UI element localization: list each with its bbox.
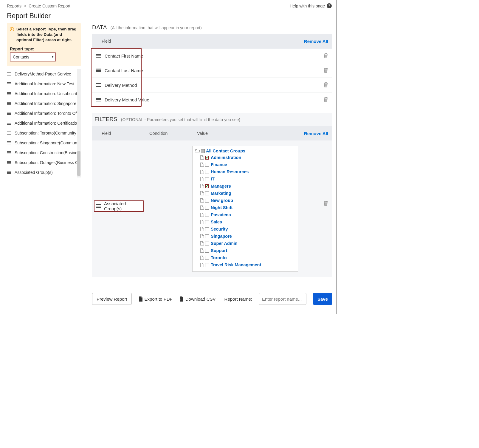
available-fields-list[interactable]: DeliveryMethod-Pager ServiceAdditional I… [7, 69, 81, 177]
delete-row-button[interactable] [323, 67, 328, 74]
checkbox[interactable] [205, 242, 209, 245]
drag-handle-icon[interactable] [7, 92, 12, 95]
delete-row-button[interactable] [323, 97, 328, 103]
tree-item[interactable]: Security [200, 226, 295, 232]
checkbox[interactable] [205, 199, 209, 203]
checkbox[interactable] [205, 256, 209, 260]
download-csv-button[interactable]: x Download CSV [179, 296, 216, 302]
tree-item-label[interactable]: Pasadena [211, 212, 231, 217]
tree-item[interactable]: Travel Risk Management [200, 262, 295, 268]
report-type-select[interactable]: Contacts ▾ [10, 52, 56, 61]
tree-root-label[interactable]: All Contact Groups [206, 149, 245, 153]
drag-handle-icon[interactable] [7, 161, 12, 164]
tree-item[interactable]: ✔Managers [200, 183, 295, 189]
tree-item[interactable]: IT [200, 176, 295, 182]
scrollbar-thumb[interactable] [77, 151, 80, 176]
tree-item[interactable]: Finance [200, 162, 295, 168]
tree-item-label[interactable]: Security [211, 227, 228, 231]
drag-handle-icon[interactable] [7, 141, 12, 144]
checkbox-indeterminate[interactable] [201, 149, 205, 153]
filters-remove-all[interactable]: Remove All [304, 131, 328, 136]
filter-field-chip[interactable]: Associated Group(s) [94, 200, 144, 212]
checkbox[interactable] [205, 213, 209, 217]
drag-handle-icon[interactable] [96, 204, 101, 208]
tree-item-label[interactable]: Marketing [211, 191, 231, 196]
delete-row-button[interactable] [323, 82, 328, 88]
preview-report-button[interactable]: Preview Report [92, 293, 132, 305]
scrollbar[interactable] [77, 69, 81, 177]
checkbox[interactable] [205, 234, 209, 238]
checkbox[interactable] [205, 263, 209, 267]
checkbox[interactable] [205, 220, 209, 224]
delete-filter-button[interactable] [323, 200, 328, 207]
tree-item[interactable]: Night Shift [200, 205, 295, 211]
export-pdf-button[interactable]: Export to PDF [138, 296, 173, 302]
tree-item-label[interactable]: Night Shift [211, 205, 232, 210]
available-field-item[interactable]: Subscription: Toronto(Community O… [7, 128, 81, 138]
report-name-input[interactable] [259, 293, 306, 305]
tree-item-label[interactable]: Singapore [211, 234, 232, 239]
drag-handle-icon[interactable] [7, 171, 12, 174]
tree-item-label[interactable]: Support [211, 248, 227, 253]
available-field-item[interactable]: Subscription: Construction(Business… [7, 148, 81, 158]
tree-item-label[interactable]: Human Resources [211, 169, 249, 174]
drag-handle-icon[interactable] [7, 82, 12, 85]
tree-item[interactable]: New group [200, 197, 295, 203]
available-field-item[interactable]: Associated Group(s) [7, 168, 81, 177]
checkbox[interactable]: ✔ [205, 156, 209, 160]
checkbox[interactable] [205, 227, 209, 231]
drag-handle-icon[interactable] [7, 102, 12, 105]
drag-handle-icon[interactable] [96, 54, 101, 58]
delete-row-button[interactable] [323, 53, 328, 59]
drag-handle-icon[interactable] [96, 83, 101, 87]
available-field-item[interactable]: Subscription: Outages(Business Con… [7, 158, 81, 168]
tree-item-label[interactable]: Finance [211, 162, 227, 167]
help-link[interactable]: Help with this page ? [290, 3, 332, 8]
tree-item-label[interactable]: Sales [211, 220, 222, 224]
tree-item[interactable]: Toronto [200, 255, 295, 261]
available-field-item[interactable]: DeliveryMethod-Pager Service [7, 69, 81, 79]
available-field-item[interactable]: Additional Information: Toronto Offic… [7, 109, 81, 118]
tree-item-label[interactable]: Toronto [211, 255, 227, 260]
tree-item[interactable]: Super Admin [200, 240, 295, 246]
tree-item-label[interactable]: Travel Risk Management [211, 262, 261, 267]
checkbox[interactable] [205, 177, 209, 181]
available-field-item[interactable]: Subscription: Singapore(Community … [7, 138, 81, 148]
tree-item[interactable]: Sales [200, 219, 295, 225]
drag-handle-icon[interactable] [7, 112, 12, 115]
checkbox[interactable] [205, 163, 209, 167]
data-row[interactable]: Delivery Method Value [92, 92, 332, 107]
tree-item-label[interactable]: Super Admin [211, 241, 238, 246]
checkbox[interactable]: ✔ [205, 184, 209, 188]
drag-handle-icon[interactable] [7, 151, 12, 154]
checkbox[interactable] [205, 191, 209, 195]
group-tree[interactable]: All Contact Groups ✔AdministrationFinanc… [192, 146, 298, 272]
available-field-item[interactable]: Additional Information: Unsubscribe… [7, 89, 81, 99]
tree-item[interactable]: Human Resources [200, 169, 295, 175]
available-field-item[interactable]: Additional Information: Certifications [7, 118, 81, 128]
tree-item-label[interactable]: New group [211, 198, 233, 203]
drag-handle-icon[interactable] [7, 122, 12, 125]
available-field-item[interactable]: Additional Information: Singapore O… [7, 99, 81, 109]
save-button[interactable]: Save [313, 293, 332, 305]
drag-handle-icon[interactable] [96, 98, 101, 102]
tree-item[interactable]: ✔Administration [200, 155, 295, 160]
tree-item-label[interactable]: IT [211, 177, 215, 181]
tree-item[interactable]: Pasadena [200, 212, 295, 218]
drag-handle-icon[interactable] [7, 132, 12, 135]
tree-item[interactable]: Support [200, 248, 295, 254]
data-remove-all[interactable]: Remove All [304, 39, 328, 44]
tree-item[interactable]: Singapore [200, 233, 295, 239]
checkbox[interactable] [205, 249, 209, 253]
breadcrumb-root[interactable]: Reports [7, 4, 21, 8]
available-field-item[interactable]: Additional Information: New Test [7, 79, 81, 89]
data-row[interactable]: Contact Last Name [92, 63, 332, 78]
tree-item-label[interactable]: Administration [211, 155, 241, 160]
drag-handle-icon[interactable] [96, 69, 101, 72]
checkbox[interactable] [205, 170, 209, 174]
drag-handle-icon[interactable] [7, 72, 12, 75]
checkbox[interactable] [205, 206, 209, 210]
tree-item[interactable]: Marketing [200, 190, 295, 196]
data-row[interactable]: Contact First Name [92, 49, 332, 63]
data-row[interactable]: Delivery Method [92, 78, 332, 92]
